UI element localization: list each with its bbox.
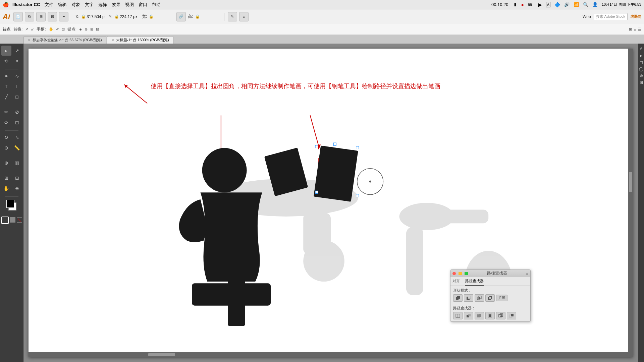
blend-tool[interactable]: ⊕ bbox=[1, 158, 11, 168]
hand-btn1[interactable]: ✋ bbox=[49, 27, 53, 32]
play-icon[interactable]: ▶ bbox=[538, 2, 542, 7]
scroll-h[interactable] bbox=[29, 352, 628, 357]
handle-bl[interactable] bbox=[315, 191, 318, 193]
search-stock-input[interactable]: 搜索 Adobe Stock bbox=[594, 13, 628, 20]
x-value[interactable]: 317.504 p bbox=[87, 14, 107, 19]
menu-effect[interactable]: 效果 bbox=[112, 2, 120, 8]
shaper-tool[interactable]: ⟳ bbox=[1, 117, 11, 127]
touch-type-tool[interactable]: T̈ bbox=[12, 81, 22, 92]
view-btn1[interactable]: ⊞ bbox=[629, 27, 632, 32]
st-btn[interactable]: St bbox=[25, 12, 34, 21]
tab-1[interactable]: ✕ 标志字体全能备.ai* @ 66.67% (RGB/预览) bbox=[23, 36, 106, 44]
stroke-swatch[interactable] bbox=[1, 217, 9, 224]
handle-br[interactable] bbox=[356, 194, 359, 197]
zoom-out-tool[interactable]: ⊟ bbox=[12, 173, 22, 183]
apple-menu[interactable]: 🍎 bbox=[3, 2, 9, 8]
panel-minimize-btn[interactable] bbox=[459, 272, 462, 275]
color-swatches[interactable] bbox=[5, 200, 18, 213]
star-btn[interactable]: ✦ bbox=[59, 12, 68, 21]
trim-btn[interactable] bbox=[464, 312, 473, 319]
pause-icon[interactable]: ⏸ bbox=[513, 2, 517, 7]
align-btn[interactable]: ≡ bbox=[239, 12, 249, 21]
type-tool[interactable]: T bbox=[1, 81, 11, 92]
search-icon[interactable]: 🔍 bbox=[583, 2, 588, 7]
convert-btn1[interactable]: ↗ bbox=[25, 27, 28, 32]
right-tool-4[interactable]: ◯ bbox=[639, 66, 644, 72]
expand-btn[interactable]: 扩展 bbox=[496, 295, 507, 301]
right-tool-2[interactable]: ▸ bbox=[639, 53, 644, 58]
select-tool[interactable]: ▸ bbox=[1, 46, 11, 56]
right-tool-1[interactable]: A bbox=[639, 46, 644, 52]
view-btn2[interactable]: ≡ bbox=[634, 27, 636, 32]
menu-file[interactable]: 文件 bbox=[45, 2, 53, 8]
lasso-tool[interactable]: ⟲ bbox=[1, 56, 11, 66]
view-btn3[interactable]: ☰ bbox=[638, 27, 641, 32]
direct-select-tool[interactable]: ↗ bbox=[12, 46, 22, 56]
rotate-tool[interactable]: ↻ bbox=[1, 132, 11, 142]
merge-btn[interactable] bbox=[475, 312, 484, 319]
panel-tab-pathfinder[interactable]: 路径查找器 bbox=[465, 279, 484, 286]
hand-btn2[interactable]: ✐ bbox=[56, 27, 59, 32]
zoom-tool[interactable]: ⊕ bbox=[12, 183, 22, 193]
divide-btn[interactable] bbox=[453, 312, 463, 319]
menu-text[interactable]: 文字 bbox=[85, 2, 94, 8]
gradient-swatch[interactable] bbox=[10, 217, 15, 223]
foreground-color[interactable] bbox=[6, 200, 14, 208]
hand-tool[interactable]: ✋ bbox=[1, 183, 11, 193]
pen-tool[interactable]: ✒ bbox=[1, 71, 11, 81]
pencil-tool[interactable]: ✏ bbox=[1, 107, 11, 117]
anchorpt-btn3[interactable]: ⊞ bbox=[90, 27, 93, 32]
tab-1-close[interactable]: ✕ bbox=[28, 38, 31, 42]
shape-tool[interactable]: □ bbox=[12, 92, 22, 102]
anchorpt-btn1[interactable]: ◈ bbox=[79, 27, 82, 32]
link-btn[interactable]: 🔗 bbox=[176, 12, 186, 21]
cc-icon[interactable]: A bbox=[546, 2, 550, 7]
exclude-btn[interactable] bbox=[485, 294, 495, 302]
right-tool-3[interactable]: ◻ bbox=[639, 60, 644, 65]
eyedropper-tool[interactable]: ⊙ bbox=[1, 143, 11, 153]
unite-btn[interactable] bbox=[453, 294, 463, 302]
hand-btn3[interactable]: ⊡ bbox=[62, 27, 65, 32]
scroll-thumb-h[interactable] bbox=[148, 353, 175, 356]
menu-view[interactable]: 视图 bbox=[125, 2, 134, 8]
menu-select[interactable]: 选择 bbox=[98, 2, 107, 8]
panel-expand-btn-titlebar[interactable] bbox=[465, 272, 468, 275]
panel-close-btn[interactable] bbox=[452, 272, 456, 275]
anchorpt-btn4[interactable]: ⊟ bbox=[96, 27, 99, 32]
minus-front-btn[interactable] bbox=[464, 294, 473, 302]
outline-btn[interactable] bbox=[496, 312, 505, 319]
minus-back-btn[interactable] bbox=[507, 312, 516, 319]
handle-tr[interactable] bbox=[356, 146, 359, 149]
doc-icon-btn[interactable]: 📄 bbox=[13, 12, 23, 21]
crop-btn[interactable] bbox=[485, 312, 495, 319]
none-swatch[interactable] bbox=[17, 217, 22, 223]
right-tool-5[interactable]: ⊕ bbox=[639, 73, 644, 78]
intersect-btn[interactable] bbox=[475, 294, 484, 302]
scroll-thumb-v[interactable] bbox=[629, 172, 632, 192]
eraser-tool[interactable]: ◻ bbox=[12, 117, 22, 127]
stroke-btn[interactable]: ✎ bbox=[228, 12, 237, 21]
right-tool-6[interactable]: ⊞ bbox=[639, 80, 644, 85]
menu-window[interactable]: 窗口 bbox=[139, 2, 147, 8]
magic-wand-tool[interactable]: ✦ bbox=[12, 56, 22, 66]
zoom-in-tool[interactable]: ⊞ bbox=[1, 173, 11, 183]
notification-badge[interactable]: 99+ bbox=[528, 3, 534, 7]
handle-tc[interactable] bbox=[333, 143, 336, 145]
menu-help[interactable]: 帮助 bbox=[152, 2, 161, 8]
panel-tab-align[interactable]: 对齐 bbox=[452, 279, 460, 286]
menu-object[interactable]: 对象 bbox=[71, 2, 80, 8]
measure-tool[interactable]: 📏 bbox=[12, 143, 22, 153]
user-icon[interactable]: 👤 bbox=[592, 2, 598, 7]
artboard[interactable]: 使用【直接选择工具】拉出圆角，相同方法继续制作笔画，可使用【钢笔工具】绘制路径并… bbox=[29, 49, 633, 357]
scroll-v[interactable] bbox=[628, 49, 633, 357]
brush-tool[interactable]: ⊘ bbox=[12, 107, 22, 117]
scale-tool[interactable]: ⤡ bbox=[12, 132, 22, 142]
arrange-btn[interactable]: ⊟ bbox=[48, 12, 57, 21]
record-icon[interactable]: ● bbox=[521, 2, 524, 7]
handle-tl[interactable] bbox=[315, 145, 318, 148]
layout-btn[interactable]: ⊞ bbox=[36, 12, 46, 21]
graph-tool[interactable]: ▥ bbox=[12, 158, 22, 168]
tab-2[interactable]: ✕ 未标题-1* @ 1600% (RGB/预览) bbox=[107, 36, 173, 44]
panel-options-icon[interactable]: ≡ bbox=[526, 272, 528, 276]
line-tool[interactable]: ╱ bbox=[1, 92, 11, 102]
